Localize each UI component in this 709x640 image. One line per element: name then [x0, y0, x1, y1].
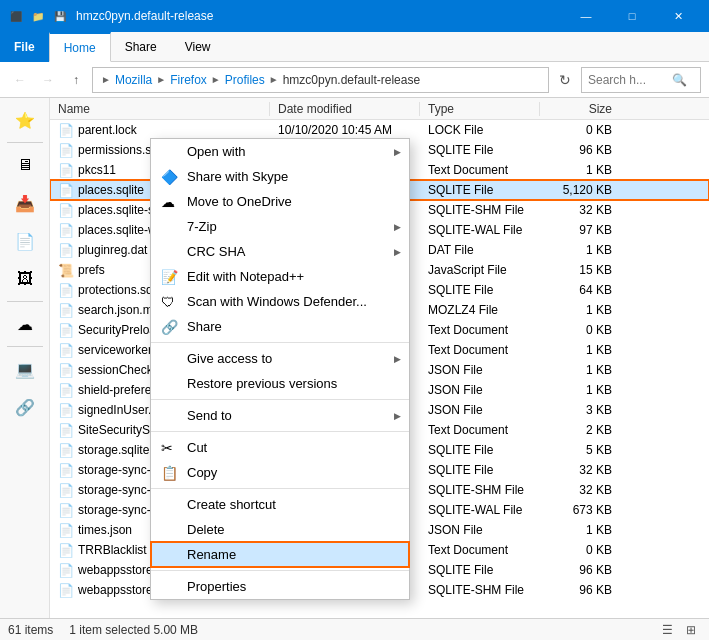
context-menu-item-label: Copy [187, 465, 217, 480]
context-menu-item[interactable]: 🛡 Scan with Windows Defender... [151, 289, 409, 314]
sidebar-item-downloads[interactable]: 📥 [5, 185, 45, 221]
sidebar-item-desktop[interactable]: 🖥 [5, 147, 45, 183]
context-menu-item-label: Properties [187, 579, 246, 594]
context-menu-divider [151, 570, 409, 571]
maximize-button[interactable]: □ [609, 0, 655, 32]
search-input[interactable] [588, 73, 668, 87]
file-size-cell: 5,120 KB [540, 183, 620, 197]
item-count: 61 items [8, 623, 53, 637]
context-menu-item[interactable]: CRC SHA [151, 239, 409, 264]
close-button[interactable]: ✕ [655, 0, 701, 32]
breadcrumb-profiles[interactable]: Profiles [225, 73, 265, 87]
context-menu-item-icon: 🛡 [161, 294, 175, 310]
file-type-cell: SQLITE-SHM File [420, 583, 540, 597]
context-menu-item-icon: 📋 [161, 465, 178, 481]
sidebar-item-documents[interactable]: 📄 [5, 223, 45, 259]
file-type-cell: SQLITE-SHM File [420, 203, 540, 217]
file-size-cell: 1 KB [540, 163, 620, 177]
thispc-icon: 💻 [15, 360, 35, 379]
downloads-icon: 📥 [15, 194, 35, 213]
file-size-cell: 32 KB [540, 203, 620, 217]
context-menu-item-label: 7-Zip [187, 219, 217, 234]
column-header-name[interactable]: Name [50, 102, 270, 116]
file-icon: 📄 [58, 323, 74, 338]
context-menu-item[interactable]: Restore previous versions [151, 371, 409, 396]
column-header-date[interactable]: Date modified [270, 102, 420, 116]
column-header-size[interactable]: Size [540, 102, 620, 116]
sidebar-item-onedrive[interactable]: ☁ [5, 306, 45, 342]
file-type-cell: SQLITE File [420, 463, 540, 477]
context-menu-item[interactable]: Create shortcut [151, 492, 409, 517]
context-menu-item[interactable]: Open with [151, 139, 409, 164]
file-size-cell: 1 KB [540, 523, 620, 537]
tab-view[interactable]: View [171, 32, 225, 62]
up-button[interactable]: ↑ [64, 68, 88, 92]
file-size-cell: 15 KB [540, 263, 620, 277]
context-menu-item-label: Create shortcut [187, 497, 276, 512]
ribbon-tabs: File Home Share View [0, 32, 709, 62]
sidebar-item-network[interactable]: 🔗 [5, 389, 45, 425]
breadcrumb[interactable]: ► Mozilla ► Firefox ► Profiles ► hmzc0py… [92, 67, 549, 93]
file-type-cell: SQLITE File [420, 443, 540, 457]
file-size-cell: 32 KB [540, 463, 620, 477]
file-icon: 📄 [58, 403, 74, 418]
context-menu-item-label: Send to [187, 408, 232, 423]
context-menu-item[interactable]: 🔗 Share [151, 314, 409, 339]
file-size-cell: 96 KB [540, 143, 620, 157]
context-menu-item[interactable]: Send to [151, 403, 409, 428]
file-type-cell: DAT File [420, 243, 540, 257]
sidebar-divider-1 [7, 142, 43, 143]
context-menu-item[interactable]: 7-Zip [151, 214, 409, 239]
column-header-type[interactable]: Type [420, 102, 540, 116]
file-type-cell: Text Document [420, 543, 540, 557]
breadcrumb-mozilla[interactable]: Mozilla [115, 73, 152, 87]
sidebar-item-thispc[interactable]: 💻 [5, 351, 45, 387]
file-name: parent.lock [78, 123, 137, 137]
context-menu-item[interactable]: Properties [151, 574, 409, 599]
file-type-cell: SQLITE File [420, 183, 540, 197]
file-type-cell: JSON File [420, 363, 540, 377]
file-icon: 📄 [58, 563, 74, 578]
context-menu-item[interactable]: Give access to [151, 346, 409, 371]
file-icon: 📄 [58, 143, 74, 158]
file-icon: 📄 [58, 463, 74, 478]
file-type-cell: Text Document [420, 163, 540, 177]
file-type-cell: JavaScript File [420, 263, 540, 277]
tab-home[interactable]: Home [49, 32, 111, 62]
view-details-button[interactable]: ☰ [657, 620, 677, 640]
file-icon: 📄 [58, 343, 74, 358]
sidebar-item-pictures[interactable]: 🖼 [5, 261, 45, 297]
file-name: prefs [78, 263, 105, 277]
file-icon: 📄 [58, 523, 74, 538]
refresh-button[interactable]: ↻ [553, 68, 577, 92]
context-menu-item[interactable]: 📝 Edit with Notepad++ [151, 264, 409, 289]
tab-file[interactable]: File [0, 32, 49, 62]
file-icon: 📄 [58, 223, 74, 238]
file-icon: 📄 [58, 123, 74, 138]
file-icon: 📄 [58, 183, 74, 198]
context-menu-item-label: Give access to [187, 351, 272, 366]
context-menu-item[interactable]: 📋 Copy [151, 460, 409, 485]
file-icon: 📄 [58, 363, 74, 378]
context-menu-item[interactable]: Delete [151, 517, 409, 542]
sidebar: ⭐ 🖥 📥 📄 🖼 ☁ 💻 🔗 [0, 98, 50, 618]
context-menu-item[interactable]: ✂ Cut [151, 435, 409, 460]
context-menu-item[interactable]: ☁ Move to OneDrive [151, 189, 409, 214]
view-icons-button[interactable]: ⊞ [681, 620, 701, 640]
file-size-cell: 0 KB [540, 543, 620, 557]
minimize-button[interactable]: — [563, 0, 609, 32]
table-row[interactable]: 📄 parent.lock 10/10/2020 10:45 AM LOCK F… [50, 120, 709, 140]
file-icon: 📄 [58, 163, 74, 178]
file-size-cell: 1 KB [540, 343, 620, 357]
forward-button[interactable]: → [36, 68, 60, 92]
sidebar-item-quickaccess[interactable]: ⭐ [5, 102, 45, 138]
selected-info: 1 item selected 5.00 MB [69, 623, 198, 637]
file-list-header: Name Date modified Type Size [50, 98, 709, 120]
back-button[interactable]: ← [8, 68, 32, 92]
context-menu-item[interactable]: Rename [151, 542, 409, 567]
app-icon-folder: 📁 [30, 8, 46, 24]
context-menu-item[interactable]: 🔷 Share with Skype [151, 164, 409, 189]
tab-share[interactable]: Share [111, 32, 171, 62]
search-box[interactable]: 🔍 [581, 67, 701, 93]
breadcrumb-firefox[interactable]: Firefox [170, 73, 207, 87]
